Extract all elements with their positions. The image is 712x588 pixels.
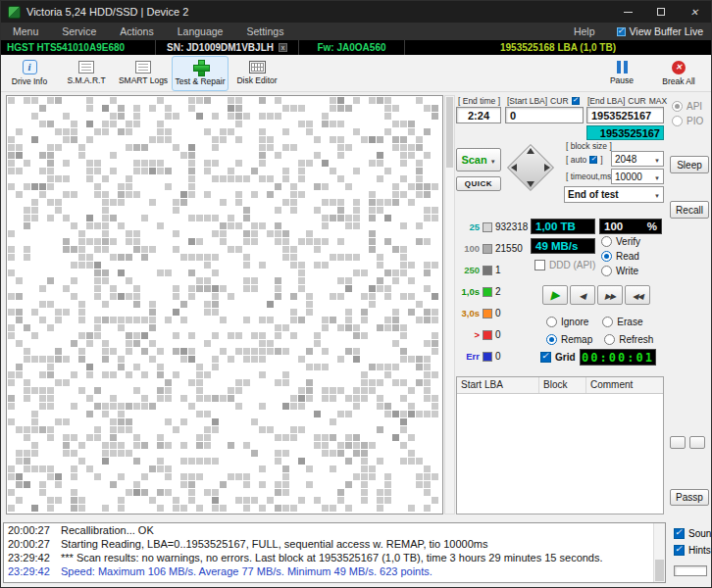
minimize-button[interactable] (611, 1, 644, 23)
log-text: Recallibration... OK (61, 523, 154, 537)
disk-editor-button[interactable]: Disk Editor (229, 56, 285, 91)
erase-radio[interactable]: Erase (602, 317, 642, 327)
stat-row: 3,0s 0 (458, 307, 540, 319)
refresh-radio[interactable]: Refresh (604, 334, 653, 345)
auto-block-size-checkbox[interactable] (589, 156, 597, 164)
api-radio[interactable]: API (672, 101, 702, 112)
drive-info-label: Drive Info (12, 76, 47, 86)
block-size-select[interactable]: 2048 (611, 151, 664, 167)
menu-item-menu[interactable]: Menu (1, 25, 50, 37)
stat-count: 1 (495, 265, 501, 275)
log-time: 20:00:27 (8, 537, 61, 551)
smart-logs-button[interactable]: SMART Logs (115, 56, 172, 91)
log-time: 20:00:27 (8, 523, 61, 537)
break-all-label: Break All (662, 76, 695, 86)
end-lba-input[interactable]: 1953525167 (586, 107, 664, 123)
side-button-panel: API PIO Sleep Recall Passp (668, 95, 711, 514)
write-radio[interactable]: Write (601, 266, 638, 276)
ddd-api-label: DDD (API) (549, 260, 595, 270)
write-radio-icon (601, 266, 612, 276)
stat-count: 2 (495, 286, 501, 297)
passport-button[interactable]: Passp (670, 489, 709, 506)
drive-firmware: Fw: JA0OA560 (299, 40, 405, 55)
scan-dropdown-button[interactable]: Scan (456, 148, 501, 172)
remap-radio[interactable]: Remap (546, 334, 592, 345)
log-scrollbar-thumb[interactable] (655, 560, 664, 581)
smart-icon (78, 61, 94, 74)
smart-button[interactable]: S.M.A.R.T (58, 56, 115, 91)
grid-checkbox[interactable]: Grid (540, 352, 576, 363)
ddd-api-checkbox[interactable]: DDD (API) (534, 260, 595, 270)
end-lba-header: [End LBA] CUR MAX (587, 96, 667, 106)
timeout-value: 10000 (615, 172, 642, 182)
close-button[interactable] (678, 1, 711, 23)
maximize-button[interactable] (644, 1, 678, 23)
recall-button[interactable]: Recall (670, 201, 709, 219)
pause-button[interactable]: Pause (593, 56, 650, 91)
block-map-scrollbar[interactable] (444, 95, 455, 514)
block-color-swatch (483, 266, 492, 275)
buffer-checkbox-icon (617, 27, 626, 36)
pio-radio[interactable]: PIO (672, 116, 703, 126)
log-time: 23:29:42 (8, 551, 61, 564)
sleep-button[interactable]: Sleep (670, 156, 709, 173)
pause-label: Pause (610, 75, 634, 85)
small-right-button[interactable] (689, 436, 705, 449)
stat-label: 25 (458, 221, 480, 232)
corner-scroll-strip[interactable] (674, 565, 707, 576)
stat-row: > 0 (458, 328, 540, 341)
log-text: Speed: Maximum 106 MB/s. Average 77 MB/s… (61, 564, 432, 578)
elapsed-timer-display: 00:00:01 (580, 349, 656, 366)
menu-item-actions[interactable]: Actions (108, 25, 165, 37)
verify-radio[interactable]: Verify (601, 236, 640, 247)
auto-block-size: [ auto ] (566, 155, 603, 165)
start-lba-cur-checkbox[interactable] (572, 97, 580, 105)
break-all-button[interactable]: Break All (650, 56, 707, 91)
menubar: Menu Service Actions Language Settings H… (1, 23, 711, 40)
remap-radio-icon (546, 334, 557, 345)
end-of-test-select[interactable]: End of test (564, 186, 664, 203)
api-radio-icon (672, 101, 683, 112)
progress-value: 100 (604, 220, 623, 232)
timeout-select[interactable]: 10000 (611, 169, 664, 184)
ddd-api-checkbox-icon (534, 260, 545, 270)
col-comment: Comment (586, 377, 663, 393)
menu-item-service[interactable]: Service (50, 25, 108, 37)
sound-checkbox[interactable]: Sound (674, 528, 712, 539)
ignore-radio[interactable]: Ignore (546, 317, 588, 327)
small-left-button[interactable] (670, 436, 686, 449)
chevron-down-icon (654, 154, 660, 165)
scrollbar-thumb[interactable] (446, 97, 453, 168)
test-repair-button[interactable]: Test & Repair (172, 56, 229, 91)
defect-table: Start LBA Block Comment (456, 376, 664, 514)
view-buffer-live-toggle[interactable]: View Buffer Live (617, 25, 704, 37)
start-lba-input[interactable]: 0 (505, 107, 584, 123)
start-test-button[interactable] (542, 285, 568, 305)
rewind-button[interactable] (625, 285, 650, 305)
grid-label: Grid (555, 352, 576, 363)
block-size-value: 2048 (615, 154, 636, 165)
head-position-control[interactable] (503, 140, 558, 195)
hints-checkbox[interactable]: Hints (674, 545, 711, 556)
auto-label: [ auto (566, 155, 586, 165)
quick-button[interactable]: QUICK (456, 176, 501, 191)
end-lba-cur[interactable]: CUR (628, 96, 645, 106)
menu-item-settings[interactable]: Settings (234, 25, 295, 37)
menu-item-help[interactable]: Help (562, 25, 607, 37)
fast-forward-button[interactable] (597, 285, 623, 305)
pio-label: PIO (687, 116, 703, 126)
drive-serial-segment: SN: JD1009DM1VBJLH x (156, 40, 299, 55)
stat-count: 0 (495, 329, 501, 340)
start-lba-cur[interactable]: CUR (550, 96, 568, 106)
serial-close-button[interactable]: x (279, 43, 287, 52)
menu-item-language[interactable]: Language (166, 25, 235, 37)
drive-model: HGST HTS541010A9E680 (1, 40, 156, 55)
close-icon (690, 6, 698, 18)
end-lba-max[interactable]: MAX (649, 96, 667, 106)
log-scrollbar[interactable] (653, 523, 665, 582)
read-radio[interactable]: Read (601, 251, 639, 262)
drive-info-button[interactable]: Drive Info (1, 56, 58, 91)
step-back-button[interactable] (570, 285, 595, 305)
block-color-swatch (483, 352, 492, 362)
stat-count: 21550 (495, 243, 523, 254)
